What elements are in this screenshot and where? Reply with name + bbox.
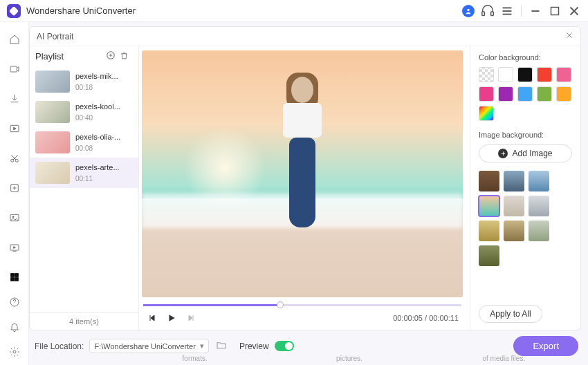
app-logo [7, 4, 21, 18]
chevron-down-icon: ▾ [200, 341, 204, 350]
svg-rect-7 [551, 7, 559, 15]
playlist-thumb [35, 131, 70, 153]
svg-point-0 [467, 8, 469, 10]
rail-tools-icon[interactable] [7, 270, 22, 285]
svg-rect-1 [482, 11, 485, 15]
image-thumb[interactable] [479, 245, 499, 266]
rail-image-icon[interactable] [7, 210, 22, 225]
apply-all-button[interactable]: Apply to All [479, 305, 542, 323]
svg-rect-10 [10, 66, 17, 72]
playlist-item-duration: 00:08 [75, 144, 131, 152]
ai-portrait-panel: AI Portrait Playlist pexels-mik... 00:18… [29, 26, 581, 330]
transport-bar: 00:00:05 / 00:00:11 [142, 309, 463, 327]
playlist-item-duration: 00:40 [75, 114, 131, 122]
file-location-path: F:\Wondershare UniConverter [94, 342, 196, 350]
main-area: AI Portrait Playlist pexels-mik... 00:18… [29, 22, 588, 365]
image-thumb[interactable] [504, 221, 524, 241]
preview-canvas[interactable] [142, 50, 463, 297]
panel-header: AI Portrait [30, 27, 580, 46]
playlist-label: Playlist [35, 51, 64, 62]
playlist-item-name: pexels-arte... [75, 163, 131, 171]
titlebar: Wondershare UniConverter [0, 0, 588, 22]
user-icon[interactable] [461, 3, 476, 19]
playlist-item[interactable]: pexels-arte... 00:11 [30, 158, 138, 188]
color-bg-label: Color background: [479, 53, 572, 62]
menu-icon[interactable] [499, 3, 515, 19]
svg-rect-2 [491, 11, 494, 15]
image-thumb[interactable] [529, 171, 549, 191]
color-swatch[interactable] [479, 106, 494, 121]
rail-cut-icon[interactable] [7, 151, 22, 166]
color-swatch[interactable] [537, 86, 552, 102]
delete-icon[interactable] [120, 51, 129, 62]
playlist-item[interactable]: pexels-olia-... 00:08 [30, 127, 138, 158]
add-media-icon[interactable] [106, 50, 116, 62]
image-thumbs [479, 171, 572, 266]
playlist-item-name: pexels-mik... [75, 72, 131, 80]
image-thumb[interactable] [479, 171, 499, 191]
color-swatch[interactable] [517, 67, 533, 82]
svg-rect-20 [10, 278, 14, 281]
window-maximize-icon[interactable] [547, 3, 562, 19]
right-pane: Color background: Image background: + Ad… [470, 46, 580, 330]
app-title: Wondershare UniConverter [26, 6, 136, 16]
rail-help-icon[interactable] [7, 294, 22, 310]
next-frame-icon[interactable] [185, 312, 197, 324]
playlist-item[interactable]: pexels-mik... 00:18 [30, 66, 138, 97]
playlist-item[interactable]: pexels-kool... 00:40 [30, 97, 138, 127]
image-thumb[interactable] [479, 196, 499, 216]
color-swatch[interactable] [479, 86, 494, 102]
rail-add-icon[interactable] [7, 180, 22, 196]
window-close-icon[interactable] [567, 3, 582, 19]
image-thumb[interactable] [504, 171, 524, 191]
image-bg-label: Image background: [479, 131, 572, 139]
image-thumb[interactable] [479, 221, 499, 241]
color-swatches [479, 67, 572, 121]
preview-toggle[interactable] [275, 341, 294, 351]
svg-rect-21 [15, 278, 18, 281]
color-swatch[interactable] [479, 67, 494, 82]
export-button[interactable]: Export [513, 336, 578, 356]
color-swatch[interactable] [517, 86, 533, 102]
playlist-thumb [35, 101, 70, 123]
left-rail [0, 22, 29, 365]
close-icon[interactable] [565, 31, 573, 41]
svg-rect-18 [10, 274, 14, 277]
color-swatch[interactable] [556, 67, 571, 82]
seek-bar[interactable] [143, 304, 461, 306]
play-icon[interactable] [165, 312, 178, 324]
playlist-item-name: pexels-olia-... [75, 133, 131, 141]
playlist-thumb [35, 162, 70, 184]
rail-download-icon[interactable] [7, 91, 22, 106]
image-thumb[interactable] [504, 196, 524, 216]
rail-bell-icon[interactable] [7, 319, 22, 335]
color-swatch[interactable] [498, 86, 513, 102]
playlist-thumb [35, 71, 70, 93]
rail-settings-icon[interactable] [7, 344, 22, 359]
rail-player-icon[interactable] [7, 121, 22, 136]
color-swatch[interactable] [537, 67, 552, 82]
rail-tv-icon[interactable] [7, 240, 22, 255]
time-display: 00:00:05 / 00:00:11 [393, 314, 459, 322]
plus-icon: + [498, 149, 508, 158]
add-image-button[interactable]: + Add Image [479, 144, 572, 162]
image-thumb[interactable] [529, 221, 549, 241]
image-thumb[interactable] [529, 196, 549, 216]
headset-icon[interactable] [480, 3, 495, 19]
bottom-bar: File Location: F:\Wondershare UniConvert… [29, 330, 588, 356]
file-location-label: File Location: [35, 341, 84, 351]
playlist-item-duration: 00:11 [75, 175, 131, 182]
svg-point-16 [12, 216, 14, 218]
open-folder-icon[interactable] [216, 339, 227, 353]
svg-rect-19 [15, 274, 18, 277]
rail-video-icon[interactable] [7, 62, 22, 77]
window-minimize-icon[interactable] [528, 3, 543, 19]
preview-pane: 00:00:05 / 00:00:11 [139, 46, 470, 330]
prev-frame-icon[interactable] [146, 312, 158, 324]
rail-home-icon[interactable] [7, 32, 22, 47]
color-swatch[interactable] [556, 86, 571, 102]
playlist-item-duration: 00:18 [75, 84, 131, 91]
color-swatch[interactable] [498, 67, 513, 82]
file-location-select[interactable]: F:\Wondershare UniConverter ▾ [89, 339, 209, 353]
preview-toggle-label: Preview [239, 341, 269, 351]
